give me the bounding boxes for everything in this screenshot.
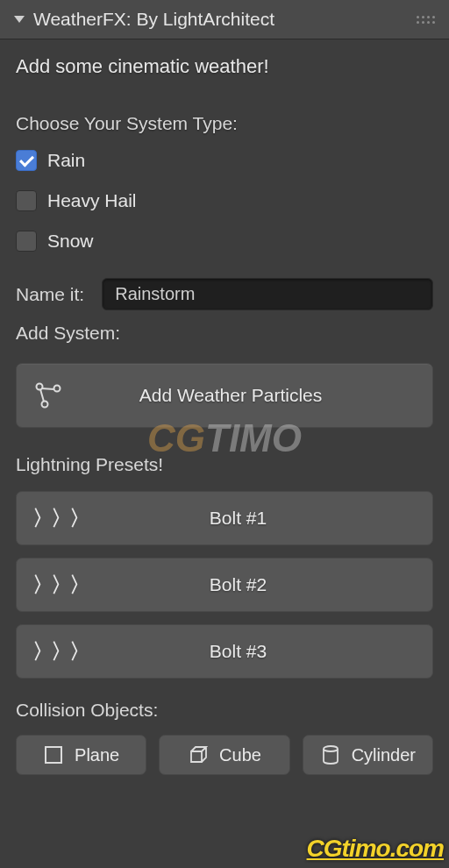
system-type-label: Choose Your System Type: [16,113,433,134]
cylinder-icon [320,744,341,765]
collision-row: Plane Cube Cylinder [16,735,433,775]
plane-icon [43,744,64,765]
shape-label: Cylinder [352,745,416,765]
cube-icon [188,744,209,765]
add-weather-particles-button[interactable]: Add Weather Particles [16,363,433,428]
bolt-3-button[interactable]: 〉〉〉 Bolt #3 [16,624,433,679]
checkbox-heavy-hail[interactable] [16,190,37,211]
lightning-presets-label: Lightning Presets! [16,454,433,475]
svg-rect-5 [46,747,61,763]
bolt-label: Bolt #1 [60,508,417,529]
panel-body: Add some cinematic weather! Choose Your … [0,39,449,791]
checkbox-label: Snow [47,231,94,252]
collision-objects-label: Collision Objects: [16,700,433,721]
panel-title: WeatherFX: By LightArchitect [33,9,408,30]
checkbox-rain[interactable] [16,150,37,171]
checkbox-label: Rain [47,150,85,171]
panel-header[interactable]: WeatherFX: By LightArchitect [0,0,449,39]
bolt-1-button[interactable]: 〉〉〉 Bolt #1 [16,491,433,545]
collision-plane-button[interactable]: Plane [16,735,146,775]
checkbox-row-snow[interactable]: Snow [16,231,433,252]
collision-cube-button[interactable]: Cube [159,735,289,775]
checkbox-row-rain[interactable]: Rain [16,150,433,171]
bolt-label: Bolt #2 [60,574,417,595]
collision-cylinder-button[interactable]: Cylinder [303,735,433,775]
bolt-2-button[interactable]: 〉〉〉 Bolt #2 [16,558,433,612]
add-weather-particles-label: Add Weather Particles [45,385,417,406]
name-input[interactable] [102,278,433,310]
checkbox-snow[interactable] [16,231,37,252]
svg-point-6 [324,746,338,751]
intro-text: Add some cinematic weather! [16,55,433,78]
bolt-label: Bolt #3 [60,641,417,662]
disclosure-triangle-icon[interactable] [14,16,25,23]
checkbox-label: Heavy Hail [47,190,137,211]
shape-label: Cube [219,745,261,765]
checkbox-row-heavy-hail[interactable]: Heavy Hail [16,190,433,211]
drag-handle-icon[interactable] [417,16,435,24]
svg-line-4 [40,389,44,402]
name-label: Name it: [16,284,84,305]
add-system-label: Add System: [16,323,433,344]
watermark: CGtimo.com [307,835,444,863]
name-row: Name it: [16,278,433,310]
shape-label: Plane [75,745,119,765]
